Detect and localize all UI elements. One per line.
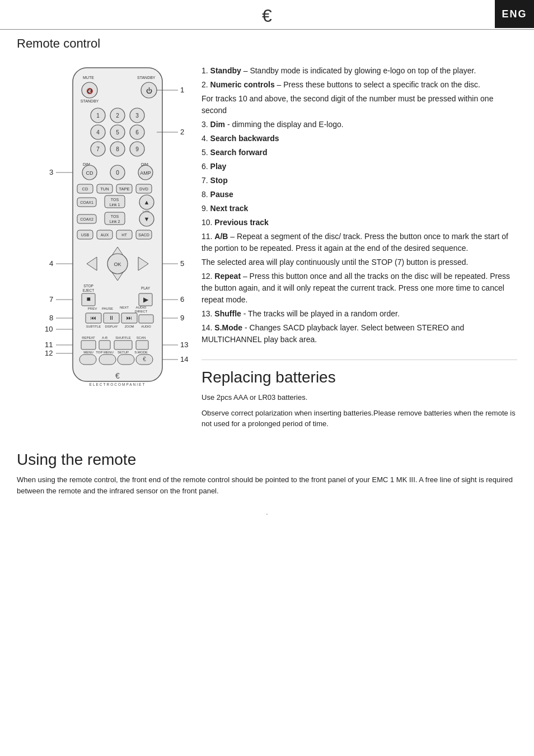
svg-text:CD: CD — [86, 170, 93, 176]
page-number: . — [17, 508, 517, 516]
desc-14-bold: S.Mode — [214, 323, 242, 332]
desc-6-bold: Play — [210, 162, 227, 171]
svg-text:1: 1 — [180, 86, 184, 94]
svg-rect-101 — [136, 340, 148, 349]
svg-text:⏭: ⏭ — [127, 315, 132, 321]
desc-9: 9. Next track — [202, 203, 517, 214]
desc-2-extra: For tracks 10 and above, the second digi… — [202, 93, 517, 116]
desc-13: 13. Shuffle - The tracks will be played … — [202, 308, 517, 320]
desc-11-bold: A/B — [214, 232, 228, 241]
svg-rect-106 — [79, 354, 96, 365]
svg-text:ELECTROCOMPANIET: ELECTROCOMPANIET — [90, 382, 146, 386]
using-remote-title: Using the remote — [17, 451, 517, 469]
svg-text:EJECT: EJECT — [83, 288, 95, 292]
svg-text:9: 9 — [135, 146, 139, 152]
svg-rect-99 — [99, 340, 110, 349]
svg-text:0: 0 — [116, 170, 119, 176]
svg-text:PAUSE: PAUSE — [102, 307, 113, 310]
svg-text:DISPLAY: DISPLAY — [105, 325, 118, 328]
svg-text:MENU: MENU — [83, 351, 93, 354]
svg-text:ZOOM: ZOOM — [125, 325, 134, 328]
svg-rect-89 — [139, 315, 153, 323]
lang-label: ENG — [502, 8, 527, 20]
page-title: Remote control — [17, 36, 517, 51]
desc-11-rest: – Repeat a segment of the disc/ track. P… — [202, 232, 508, 253]
svg-text:COAX1: COAX1 — [80, 200, 93, 204]
svg-text:8: 8 — [49, 314, 53, 322]
svg-text:4: 4 — [96, 129, 100, 136]
desc-4: 4. Search backwards — [202, 133, 517, 144]
svg-text:1: 1 — [96, 113, 100, 119]
svg-text:6: 6 — [135, 129, 139, 136]
svg-text:AUDIO: AUDIO — [135, 306, 146, 309]
svg-text:2: 2 — [180, 128, 184, 136]
svg-text:COAX2: COAX2 — [80, 217, 93, 221]
svg-rect-107 — [99, 354, 116, 365]
svg-text:DIRECT: DIRECT — [135, 310, 148, 313]
remote-svg: MUTE STANDBY 🔇 ⏻ STANDBY 1 — [39, 62, 202, 409]
remote-diagram-column: MUTE STANDBY 🔇 ⏻ STANDBY 1 — [17, 62, 190, 434]
svg-text:€: € — [115, 371, 120, 380]
svg-text:11: 11 — [45, 340, 53, 349]
svg-text:CD: CD — [82, 186, 88, 192]
svg-text:TUN: TUN — [100, 186, 109, 192]
svg-text:8: 8 — [116, 146, 119, 152]
svg-rect-100 — [114, 340, 132, 349]
svg-text:SHUFFLE: SHUFFLE — [115, 336, 130, 339]
svg-text:PREV: PREV — [88, 307, 97, 310]
svg-text:STANDBY: STANDBY — [137, 76, 156, 80]
svg-text:9: 9 — [180, 314, 184, 322]
svg-text:7: 7 — [96, 146, 100, 152]
desc-8: 8. Pause — [202, 189, 517, 200]
svg-text:3: 3 — [49, 168, 53, 176]
desc-6: 6. Play — [202, 161, 517, 172]
top-logo: € — [262, 6, 272, 26]
svg-text:SUBTITLE: SUBTITLE — [86, 325, 101, 328]
svg-text:TOS: TOS — [111, 214, 119, 218]
svg-text:TAPE: TAPE — [119, 186, 129, 192]
using-remote-section: Using the remote When using the remote c… — [17, 451, 517, 498]
svg-text:TOP MENU: TOP MENU — [96, 351, 113, 354]
svg-text:STOP: STOP — [83, 284, 93, 288]
desc-1-rest: – Standby mode is indicated by glowing e… — [241, 66, 476, 75]
desc-11-extra: The selected area will play continuously… — [202, 256, 517, 268]
svg-text:5: 5 — [116, 129, 119, 136]
svg-text:S.MODE: S.MODE — [134, 351, 148, 354]
svg-text:⏻: ⏻ — [146, 87, 152, 94]
desc-11: 11. A/B – Repeat a segment of the disc/ … — [202, 231, 517, 254]
desc-13-bold: Shuffle — [214, 309, 241, 318]
svg-text:6: 6 — [180, 295, 184, 304]
svg-text:SETUP: SETUP — [118, 351, 129, 354]
svg-text:SACD: SACD — [138, 233, 149, 237]
desc-12-rest: – Press this button once and all the tra… — [202, 272, 510, 304]
svg-rect-98 — [81, 340, 96, 349]
replacing-batteries-title: Replacing batteries — [202, 368, 517, 386]
svg-text:5: 5 — [180, 259, 184, 268]
desc-2-bold: Numeric controls — [210, 80, 275, 89]
desc-4-bold: Search backwards — [210, 134, 279, 143]
desc-7: 7. Stop — [202, 175, 517, 186]
lang-bar: ENG — [495, 0, 534, 28]
desc-9-bold: Next track — [210, 204, 249, 213]
desc-2: 2. Numeric controls – Press these button… — [202, 79, 517, 91]
svg-text:€: € — [143, 356, 146, 362]
svg-text:13: 13 — [180, 340, 188, 349]
svg-text:NEXT: NEXT — [120, 306, 129, 309]
desc-12-bold: Repeat — [214, 272, 241, 281]
desc-5-bold: Search forward — [210, 148, 268, 157]
svg-text:⏮: ⏮ — [91, 315, 96, 321]
batteries-text2: Observe correct polarization when insert… — [202, 408, 517, 430]
desc-14: 14. S.Mode - Changes SACD playback layer… — [202, 322, 517, 346]
top-rule — [0, 29, 534, 30]
desc-5: 5. Search forward — [202, 147, 517, 158]
desc-10: 10. Previous track — [202, 217, 517, 228]
svg-text:AUDIO: AUDIO — [141, 325, 151, 328]
svg-text:AMP: AMP — [140, 170, 151, 176]
desc-8-bold: Pause — [210, 190, 233, 199]
remote-wrapper: MUTE STANDBY 🔇 ⏻ STANDBY 1 — [17, 62, 190, 409]
svg-text:▼: ▼ — [144, 216, 150, 222]
svg-text:⏸: ⏸ — [109, 315, 114, 321]
desc-3-bold: Dim — [210, 120, 225, 129]
desc-7-bold: Stop — [210, 176, 228, 185]
svg-text:OK: OK — [114, 262, 121, 267]
